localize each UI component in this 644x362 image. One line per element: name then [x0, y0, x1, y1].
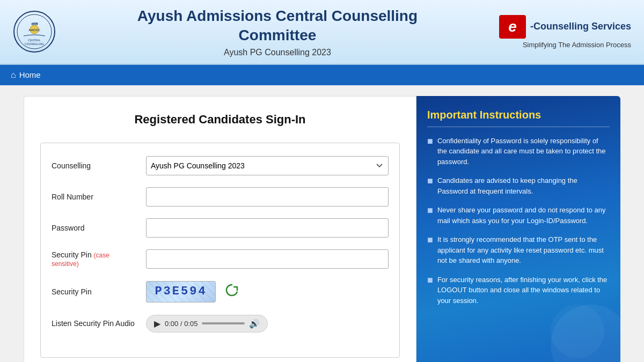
audio-progress-bar[interactable] — [202, 322, 245, 324]
counselling-row: Counselling Ayush PG Counselling 2023 — [52, 156, 389, 175]
refresh-icon — [224, 283, 239, 298]
counselling-label: Counselling — [52, 161, 137, 170]
security-pin-input-label: Security Pin (case sensitive) — [52, 250, 137, 268]
security-pin-captcha-label: Security Pin — [52, 287, 137, 296]
bullet-icon: ■ — [427, 205, 433, 226]
bullet-icon: ■ — [427, 176, 433, 196]
audio-row: Listen Security Pin Audio ▶ 0:00 / 0:05 … — [52, 315, 389, 333]
instructions-panel: Important Instructions ■ Confidentiality… — [416, 96, 620, 362]
counselling-select[interactable]: Ayush PG Counselling 2023 — [146, 156, 389, 175]
aaccc-logo: अयुष AACCC CENTRAL COUNSELLING — [13, 10, 56, 53]
volume-icon: 🔊 — [249, 319, 260, 329]
captcha-image: P3E594 — [146, 281, 216, 302]
list-item: ■ For security reasons, after finishing … — [427, 275, 610, 306]
security-pin-input-row: Security Pin (case sensitive) — [52, 249, 389, 269]
captcha-row: P3E594 — [146, 280, 241, 303]
logo-left: अयुष AACCC CENTRAL COUNSELLING — [13, 10, 56, 53]
ecounselling-brand-text: -Counselling Services — [530, 21, 631, 32]
svg-text:COUNSELLING: COUNSELLING — [25, 42, 44, 46]
password-label: Password — [52, 224, 137, 232]
home-link[interactable]: ⌂ Home — [11, 70, 41, 80]
instructions-title: Important Instructions — [427, 109, 610, 121]
list-item: ■ Confidentiality of Password is solely … — [427, 136, 610, 167]
audio-time: 0:00 / 0:05 — [165, 320, 197, 328]
roll-number-row: Roll Number — [52, 187, 389, 206]
logo-right: e -Counselling Services Simplifying The … — [499, 15, 631, 49]
play-icon: ▶ — [154, 319, 160, 328]
form-inner: Counselling Ayush PG Counselling 2023 Ro… — [40, 143, 400, 358]
site-title: Ayush Admissions Central Counselling Com… — [56, 6, 499, 46]
instruction-text: Never share your password and do not res… — [437, 205, 610, 226]
bullet-icon: ■ — [427, 235, 433, 266]
site-subtitle: Ayush PG Counselling 2023 — [56, 48, 499, 57]
main-content: Registered Candidates Sign-In Counsellin… — [11, 85, 633, 362]
instruction-text: For security reasons, after finishing yo… — [437, 275, 610, 306]
play-button[interactable]: ▶ — [154, 319, 160, 329]
form-title: Registered Candidates Sign-In — [40, 113, 400, 127]
header-center: Ayush Admissions Central Counselling Com… — [56, 6, 499, 57]
refresh-captcha-button[interactable] — [222, 280, 241, 303]
list-item: ■ It is strongly recommended that the OT… — [427, 234, 610, 266]
captcha-text: P3E594 — [155, 285, 207, 298]
svg-text:AACCC: AACCC — [28, 28, 40, 32]
form-container: Registered Candidates Sign-In Counsellin… — [24, 96, 416, 362]
roll-number-label: Roll Number — [52, 193, 137, 201]
bullet-icon: ■ — [427, 136, 433, 167]
list-item: ■ Candidates are advised to keep changin… — [427, 175, 610, 196]
home-icon: ⌂ — [11, 70, 16, 80]
list-item: ■ Never share your password and do not r… — [427, 205, 610, 226]
navbar: ⌂ Home — [0, 65, 644, 85]
page-header: अयुष AACCC CENTRAL COUNSELLING Ayush Adm… — [0, 0, 644, 65]
instructions-list: ■ Confidentiality of Password is solely … — [427, 136, 610, 306]
listen-label: Listen Security Pin Audio — [52, 319, 137, 328]
audio-player: ▶ 0:00 / 0:05 🔊 — [146, 315, 268, 333]
security-pin-input[interactable] — [146, 249, 389, 269]
roll-number-input[interactable] — [146, 187, 389, 206]
instruction-text: It is strongly recommended that the OTP … — [437, 234, 610, 266]
svg-text:CENTRAL: CENTRAL — [28, 39, 41, 42]
bullet-icon: ■ — [427, 275, 433, 306]
password-input[interactable] — [146, 218, 389, 238]
ecounselling-brand: e -Counselling Services — [499, 15, 631, 39]
security-pin-captcha-row: Security Pin P3E594 — [52, 280, 389, 303]
instructions-divider — [427, 127, 610, 127]
instruction-text: Candidates are advised to keep changing … — [437, 175, 610, 196]
password-row: Password — [52, 218, 389, 238]
instruction-text: Confidentiality of Password is solely re… — [437, 136, 610, 167]
home-label: Home — [19, 70, 41, 79]
ecounselling-icon: e — [499, 15, 526, 39]
ecounselling-tagline: Simplifying The Admission Process — [523, 41, 631, 49]
